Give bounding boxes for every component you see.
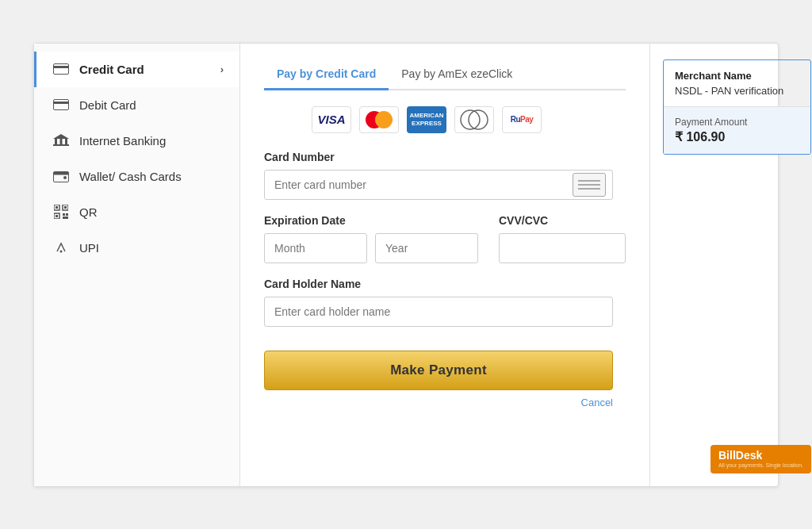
holder-field-row: Card Holder Name [264, 278, 626, 327]
page-container: Credit Card › Debit Card [0, 0, 812, 529]
rupay-logo: RuPay [502, 106, 542, 133]
debit-card-icon [52, 98, 70, 111]
diners-logo [454, 106, 494, 133]
main-content: Pay by Credit Card Pay by AmEx ezeClick … [240, 44, 649, 486]
svg-rect-15 [64, 206, 67, 209]
svg-rect-13 [56, 206, 58, 209]
merchant-name-label: Merchant Name [675, 70, 799, 82]
cancel-link[interactable]: Cancel [264, 397, 613, 408]
svg-rect-18 [63, 213, 65, 216]
sidebar: Credit Card › Debit Card [34, 44, 240, 486]
sidebar-label-internet-banking: Internet Banking [79, 134, 166, 148]
expiry-inputs [264, 233, 478, 263]
payment-amount-section: Payment Amount ₹ 106.90 [664, 107, 810, 154]
amex-logo: AMERICANEXPRESS [407, 106, 446, 133]
wallet-icon [52, 170, 70, 182]
holder-input[interactable] [264, 297, 613, 327]
card-number-label: Card Number [264, 151, 626, 163]
card-number-field-row: Card Number [264, 151, 626, 200]
mastercard-logo [359, 106, 399, 133]
merchant-name-section: Merchant Name NSDL - PAN verification [664, 60, 810, 107]
year-input[interactable] [375, 233, 478, 263]
right-panel: Merchant Name NSDL - PAN verification Pa… [649, 44, 812, 486]
qr-icon [52, 205, 70, 218]
card-number-input[interactable] [265, 171, 573, 199]
svg-point-11 [63, 176, 67, 179]
sidebar-label-qr: QR [79, 205, 98, 219]
sidebar-item-upi[interactable]: UPI [34, 230, 239, 266]
svg-rect-0 [54, 64, 69, 75]
svg-rect-20 [63, 217, 68, 219]
svg-rect-2 [54, 100, 69, 110]
card-logos: VISA AMERICANEXPRESS [264, 106, 626, 133]
sidebar-item-credit-card[interactable]: Credit Card › [34, 52, 239, 87]
svg-rect-6 [60, 139, 63, 144]
svg-rect-10 [54, 172, 69, 175]
sidebar-item-debit-card[interactable]: Debit Card [34, 87, 239, 123]
payment-amount-value: ₹ 106.90 [675, 129, 799, 144]
sidebar-label-debit-card: Debit Card [79, 98, 136, 112]
svg-rect-17 [56, 215, 58, 217]
make-payment-button[interactable]: Make Payment [264, 351, 613, 390]
svg-rect-5 [55, 139, 57, 144]
sidebar-item-internet-banking[interactable]: Internet Banking [34, 123, 239, 159]
svg-rect-8 [53, 144, 69, 146]
sidebar-label-credit-card: Credit Card [79, 63, 144, 76]
svg-point-21 [60, 251, 63, 253]
svg-rect-7 [65, 139, 67, 144]
payment-card: Credit Card › Debit Card [33, 43, 779, 487]
bank-icon [52, 134, 70, 147]
svg-rect-3 [53, 102, 69, 104]
cvv-group: CVV/CVC [499, 214, 626, 263]
expiry-label: Expiration Date [264, 214, 478, 227]
payment-tabs: Pay by Credit Card Pay by AmEx ezeClick [264, 59, 626, 90]
chevron-right-icon: › [220, 63, 224, 75]
month-input[interactable] [264, 233, 367, 263]
tab-pay-amex[interactable]: Pay by AmEx ezeClick [389, 59, 525, 90]
svg-marker-4 [53, 134, 69, 139]
credit-card-icon [52, 63, 70, 75]
sidebar-item-qr[interactable]: QR [34, 194, 239, 230]
card-number-wrapper [264, 170, 613, 200]
sidebar-item-wallet[interactable]: Wallet/ Cash Cards [34, 159, 239, 194]
cvv-input[interactable] [499, 233, 626, 263]
billdesk-logo: BillDesk All your payments. Single locat… [710, 445, 811, 473]
payment-amount-label: Payment Amount [675, 117, 799, 128]
cvv-label: CVV/CVC [499, 214, 626, 227]
holder-label: Card Holder Name [264, 278, 626, 290]
tab-pay-credit-card[interactable]: Pay by Credit Card [264, 59, 389, 90]
card-chip-icon [573, 173, 606, 197]
visa-logo: VISA [312, 106, 351, 133]
svg-point-22 [461, 110, 480, 129]
merchant-name-value: NSDL - PAN verification [675, 85, 799, 97]
svg-rect-1 [53, 66, 69, 68]
sidebar-label-upi: UPI [79, 241, 99, 255]
upi-icon [52, 241, 70, 254]
expiry-group: Expiration Date [264, 214, 478, 263]
expiry-cvv-row: Expiration Date CVV/CVC [264, 214, 626, 263]
svg-point-23 [469, 110, 488, 129]
merchant-box: Merchant Name NSDL - PAN verification Pa… [663, 59, 811, 155]
sidebar-label-wallet: Wallet/ Cash Cards [79, 170, 182, 183]
svg-rect-19 [66, 213, 68, 216]
